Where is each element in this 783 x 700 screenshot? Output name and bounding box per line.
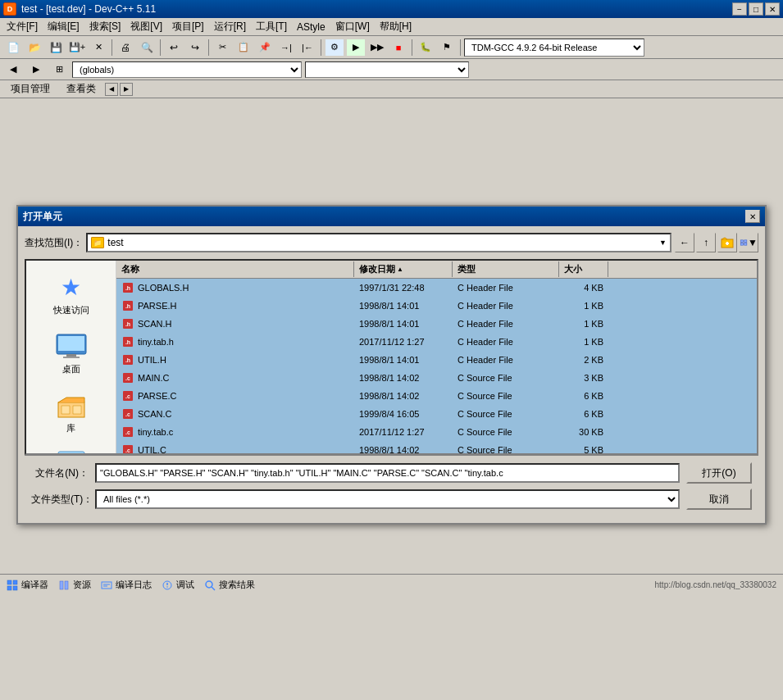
- menu-view[interactable]: 视图[V]: [125, 18, 167, 35]
- toolbar-redo[interactable]: ↪: [185, 39, 205, 57]
- col-header-size[interactable]: 大小: [559, 261, 608, 277]
- status-tab-debug[interactable]: 调试: [162, 579, 194, 591]
- nav-next-arrow[interactable]: ▶: [120, 83, 133, 96]
- location-bar: 查找范围(I)： 📁 test ▼ ← ↑: [25, 233, 758, 252]
- file-name-cell: .cSCAN.C: [116, 406, 354, 422]
- file-date-cell: 1997/1/31 22:48: [354, 281, 453, 294]
- col-header-name[interactable]: 名称: [116, 261, 354, 277]
- tab-view-classes[interactable]: 查看类: [59, 80, 103, 98]
- view-menu-button[interactable]: ▼: [739, 233, 758, 252]
- toolbar-compilerun[interactable]: ▶▶: [367, 39, 387, 57]
- toolbar-stop[interactable]: ■: [389, 39, 408, 57]
- new-folder-button[interactable]: [717, 233, 737, 252]
- toolbar-cut[interactable]: ✂: [212, 39, 232, 57]
- menu-edit[interactable]: 编辑[E]: [43, 18, 84, 35]
- close-button[interactable]: ✕: [765, 2, 780, 16]
- file-size-cell: 1 KB: [559, 335, 608, 348]
- file-size-cell: 6 KB: [559, 389, 608, 402]
- resources-tab-label: 资源: [73, 579, 91, 591]
- compiler-select[interactable]: TDM-GCC 4.9.2 64-bit Release: [464, 39, 644, 57]
- col-header-date[interactable]: 修改日期 ▲: [354, 261, 453, 277]
- toolbar-new[interactable]: 📄: [3, 39, 23, 57]
- toolbar2-btn1[interactable]: ◀: [3, 61, 23, 79]
- file-list-header: 名称 修改日期 ▲ 类型 大小: [116, 261, 757, 279]
- toolbar-open[interactable]: 📂: [25, 39, 44, 57]
- toolbar-close[interactable]: ✕: [89, 39, 108, 57]
- toolbar-print[interactable]: 🖨: [116, 39, 135, 57]
- nav-prev-arrow[interactable]: ◀: [105, 83, 118, 96]
- globals-combo[interactable]: (globals): [72, 61, 302, 78]
- toolbar-run[interactable]: ▶: [346, 39, 366, 57]
- svg-rect-50: [13, 586, 17, 590]
- table-row[interactable]: .hSCAN.H1998/8/1 14:01C Header File1 KB: [116, 315, 757, 333]
- table-row[interactable]: .hGLOBALS.H1997/1/31 22:48C Header File4…: [116, 279, 757, 297]
- up-button[interactable]: ↑: [696, 233, 716, 252]
- computer-icon-container: [55, 449, 88, 453]
- toolbar-find[interactable]: 🔍: [137, 39, 157, 57]
- status-tab-compiler[interactable]: 编译器: [7, 579, 48, 591]
- menu-project[interactable]: 项目[P]: [167, 18, 209, 35]
- desktop-item[interactable]: 桌面: [34, 328, 108, 379]
- toolbar-saveall[interactable]: 💾+: [67, 39, 87, 57]
- status-tab-search[interactable]: 搜索结果: [204, 579, 255, 591]
- col-header-type[interactable]: 类型: [453, 261, 559, 277]
- menu-search[interactable]: 搜索[S]: [84, 18, 126, 35]
- cancel-button[interactable]: 取消: [686, 489, 752, 510]
- quick-access-item[interactable]: ★ 快速访问: [34, 269, 108, 320]
- menu-run[interactable]: 运行[R]: [209, 18, 251, 35]
- debug-tab-label: 调试: [176, 579, 194, 591]
- table-row[interactable]: .cUTIL.C1998/8/1 14:02C Source File5 KB: [116, 441, 757, 453]
- filename-input[interactable]: [95, 463, 680, 483]
- back-button[interactable]: ←: [675, 233, 694, 252]
- menu-window[interactable]: 窗口[W]: [330, 18, 375, 35]
- table-row[interactable]: .ctiny.tab.c2017/11/12 1:27C Source File…: [116, 423, 757, 441]
- menu-tools[interactable]: 工具[T]: [251, 18, 292, 35]
- toolbar-debug[interactable]: 🐛: [416, 39, 435, 57]
- table-row[interactable]: .cSCAN.C1999/8/4 16:05C Source File6 KB: [116, 405, 757, 423]
- toolbar-save[interactable]: 💾: [46, 39, 66, 57]
- file-date-cell: 1998/8/1 14:02: [354, 371, 453, 384]
- computer-item[interactable]: 此电脑: [34, 446, 108, 453]
- table-row[interactable]: .hUTIL.H1998/8/1 14:01C Header File2 KB: [116, 351, 757, 369]
- menu-astyle[interactable]: AStyle: [292, 20, 330, 34]
- status-tab-compile-log[interactable]: 编译日志: [101, 579, 152, 591]
- toolbar-debug2[interactable]: ⚑: [437, 39, 457, 57]
- toolbar-undo[interactable]: ↩: [164, 39, 184, 57]
- tab-project-manager[interactable]: 项目管理: [3, 80, 57, 98]
- file-type-cell: C Source File: [453, 389, 559, 402]
- maximize-button[interactable]: □: [749, 2, 763, 16]
- toolbar-indent[interactable]: →|: [276, 39, 296, 57]
- status-tab-resources[interactable]: 资源: [58, 579, 91, 591]
- table-row[interactable]: .hPARSE.H1998/8/1 14:01C Header File1 KB: [116, 297, 757, 315]
- file-date-cell: 2017/11/12 1:27: [354, 335, 453, 348]
- svg-text:.c: .c: [125, 375, 130, 381]
- open-button[interactable]: 打开(O): [686, 462, 752, 484]
- minimize-button[interactable]: −: [732, 2, 747, 16]
- toolbar-paste[interactable]: 📌: [255, 39, 275, 57]
- location-combo[interactable]: 📁 test ▼: [86, 233, 671, 252]
- svg-rect-12: [61, 406, 70, 414]
- file-size-cell: 5 KB: [559, 443, 608, 453]
- toolbar2-btn3[interactable]: ⊞: [49, 61, 69, 79]
- svg-point-58: [166, 586, 168, 588]
- desktop-icon: [55, 333, 88, 359]
- dialog-close-button[interactable]: ✕: [745, 210, 760, 223]
- secondary-combo[interactable]: [305, 61, 469, 78]
- menu-file[interactable]: 文件[F]: [2, 18, 43, 35]
- table-row[interactable]: .cPARSE.C1998/8/1 14:02C Source File6 KB: [116, 387, 757, 405]
- table-row[interactable]: .cMAIN.C1998/8/1 14:02C Source File3 KB: [116, 369, 757, 387]
- toolbar-copy[interactable]: 📋: [234, 39, 253, 57]
- file-type-icon: .h: [121, 299, 134, 312]
- status-tabs: 编译器 资源 编译日志 调试: [7, 579, 255, 591]
- filetype-select[interactable]: All files (*.*): [95, 489, 680, 509]
- computer-icon: [55, 450, 88, 453]
- file-type-icon: .c: [121, 443, 134, 453]
- library-item[interactable]: 库: [34, 387, 108, 438]
- table-row[interactable]: .htiny.tab.h2017/11/12 1:27C Header File…: [116, 333, 757, 351]
- toolbar2-btn2[interactable]: ▶: [26, 61, 46, 79]
- menu-help[interactable]: 帮助[H]: [375, 18, 417, 35]
- svg-text:.c: .c: [125, 430, 130, 435]
- toolbar-compile[interactable]: ⚙: [325, 39, 344, 57]
- svg-rect-3: [740, 240, 743, 243]
- toolbar-outdent[interactable]: |←: [298, 39, 317, 57]
